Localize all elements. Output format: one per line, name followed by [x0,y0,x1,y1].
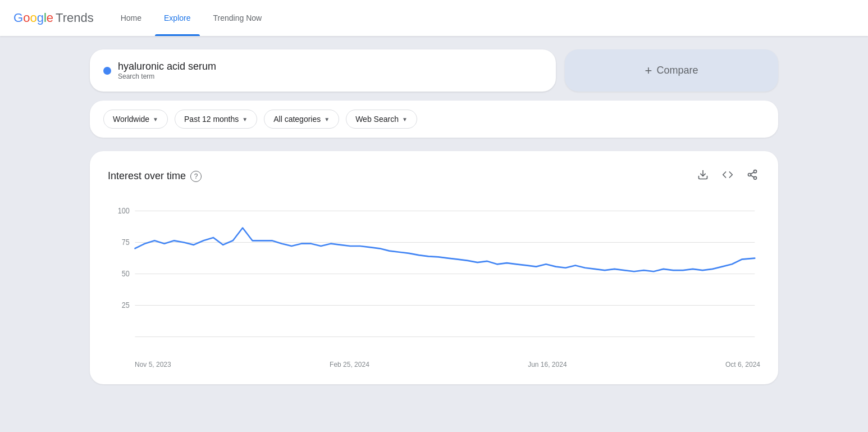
search-term-text: hyaluronic acid serum [118,61,216,72]
chart-title: Interest over time [108,170,186,182]
logo: Google Trends [13,11,94,25]
share-icon [747,169,758,180]
svg-text:25: 25 [122,301,130,310]
search-term-container: hyaluronic acid serum Search term [118,61,216,80]
x-label-2: Feb 25, 2024 [330,361,369,369]
filter-region-arrow: ▼ [153,116,158,122]
help-icon[interactable]: ? [190,171,202,182]
nav-home[interactable]: Home [112,9,150,27]
filter-time-arrow: ▼ [242,116,248,122]
chart-header: Interest over time ? [108,167,760,185]
filter-time-label: Past 12 months [184,115,239,124]
filter-type-label: Web Search [355,115,399,124]
x-labels: Nov 5, 2023 Feb 25, 2024 Jun 16, 2024 Oc… [108,356,760,369]
filters-section: Worldwide ▼ Past 12 months ▼ All categor… [90,101,778,138]
chart-section: Interest over time ? [90,151,778,384]
logo-trends-text: Trends [56,11,94,25]
logo-google-text: Google [13,11,53,25]
search-box[interactable]: hyaluronic acid serum Search term [90,49,556,92]
search-term-label: Search term [118,72,216,80]
download-button[interactable] [695,167,711,185]
search-section: hyaluronic acid serum Search term + Comp… [90,49,778,92]
main-content: hyaluronic acid serum Search term + Comp… [0,36,868,398]
svg-text:100: 100 [118,206,130,215]
filter-category[interactable]: All categories ▼ [264,110,339,129]
share-button[interactable] [744,167,760,185]
header: Google Trends Home Explore Trending Now [0,0,868,36]
chart-svg: 100 75 50 25 [108,199,760,356]
x-label-4: Oct 6, 2024 [725,361,760,369]
chart-line [135,228,755,272]
compare-label: Compare [656,65,698,76]
filter-type-arrow: ▼ [402,116,408,122]
chart-area: 100 75 50 25 [108,199,760,356]
chart-actions [695,167,760,185]
svg-text:50: 50 [122,269,130,278]
filter-region-label: Worldwide [113,115,149,124]
filter-type[interactable]: Web Search ▼ [346,110,417,129]
embed-icon [722,169,733,180]
main-nav: Home Explore Trending Now [112,9,271,27]
x-label-3: Jun 16, 2024 [528,361,567,369]
filter-category-label: All categories [273,115,321,124]
nav-explore[interactable]: Explore [155,9,199,27]
compare-plus-icon: + [645,63,652,78]
nav-trending-now[interactable]: Trending Now [204,9,271,27]
filter-region[interactable]: Worldwide ▼ [103,110,168,129]
compare-box[interactable]: + Compare [565,49,778,92]
download-icon [697,169,709,180]
x-label-1: Nov 5, 2023 [135,361,171,369]
filter-time[interactable]: Past 12 months ▼ [175,110,257,129]
filter-category-arrow: ▼ [324,116,330,122]
svg-text:75: 75 [122,238,130,247]
search-dot [103,67,111,75]
svg-line-4 [751,175,754,177]
chart-title-row: Interest over time ? [108,170,202,182]
svg-line-5 [751,172,754,174]
embed-button[interactable] [720,167,735,185]
